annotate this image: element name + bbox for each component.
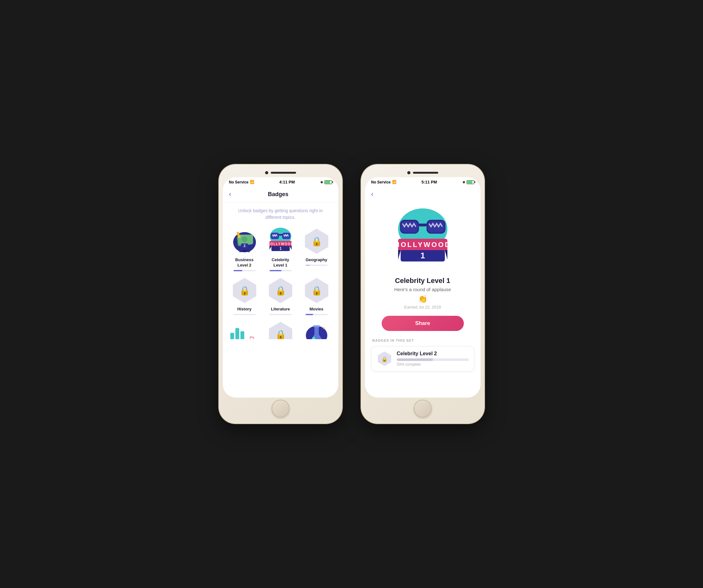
svg-text:✦: ✦ [322, 326, 326, 331]
badge-item-history[interactable]: 🔒 History [228, 276, 261, 315]
svg-rect-35 [240, 331, 244, 339]
badge-label-geography: Geography [306, 257, 327, 263]
svg-text:🔒: 🔒 [381, 356, 388, 362]
badge-progress-business [233, 270, 256, 271]
badge-label-celebrity: CelebrityLevel 1 [272, 257, 290, 268]
svg-text:2: 2 [243, 244, 245, 248]
detail-earned-date: Earned Jul 22, 2018 [404, 305, 441, 310]
bluetooth-icon: ∗ [320, 180, 323, 184]
badges-in-set-label: BADGES IN THIS SET [371, 339, 414, 342]
badges-header: ‹ Badges [223, 186, 338, 202]
svg-text:1: 1 [420, 251, 424, 260]
bluetooth-icon-2: ∗ [462, 180, 465, 184]
badge-progress-geography [306, 265, 328, 266]
svg-rect-34 [235, 328, 239, 339]
no-service-label-2: No Service [371, 180, 391, 184]
badge-label-history: History [237, 307, 251, 312]
detail-badge-emoji: 👏 [418, 295, 427, 304]
phone-bottom-2 [365, 398, 481, 420]
badge-item-celebrity[interactable]: HOLLYWOOD 1 CelebrityLevel 1 [264, 227, 297, 271]
badge-progress-movies [306, 314, 328, 315]
badge-icon-literature: 🔒 [266, 276, 295, 305]
svg-text:🔒: 🔒 [311, 285, 322, 296]
phone-screen-2: No Service 📶 5:11 PM ∗ ‹ [365, 177, 481, 398]
detail-badge-desc: Here's a round of applause [394, 287, 451, 292]
badge-item-science[interactable]: ✦ [300, 320, 333, 339]
status-bar-2: No Service 📶 5:11 PM ∗ [365, 177, 481, 186]
next-badge-pct: 50% complete [397, 362, 469, 367]
badges-grid: 2 BusinessLevel 2 [223, 225, 338, 398]
phone-top-2 [365, 168, 481, 177]
badge-icon-geography: 🔒 [302, 227, 331, 255]
badge-item-geography[interactable]: 🔒 Geography [300, 227, 333, 271]
phone-1: No Service 📶 4:11 PM ∗ ‹ Badges Unlock b… [219, 165, 342, 423]
badge-icon-science: ✦ [302, 320, 331, 339]
badges-screen: ‹ Badges Unlock badges by getting questi… [223, 186, 338, 398]
next-badge-info: Celebrity Level 2 50% complete [397, 351, 469, 367]
status-time-2: 5:11 PM [421, 180, 437, 184]
wifi-icon: 📶 [250, 180, 254, 184]
badge-item-extra1[interactable]: 🔒 [264, 320, 297, 339]
battery-fill-2 [467, 181, 472, 183]
svg-text:♫: ♫ [247, 333, 255, 339]
status-right-2: ∗ [462, 180, 474, 184]
back-button-1[interactable]: ‹ [229, 189, 234, 199]
phone-2: No Service 📶 5:11 PM ∗ ‹ [361, 165, 484, 423]
badge-item-literature[interactable]: 🔒 Literature [264, 276, 297, 315]
phone-top-1 [223, 168, 338, 177]
badge-progress-fill-business [233, 270, 242, 271]
phone-bottom-1 [223, 398, 338, 420]
share-button[interactable]: Share [382, 316, 464, 331]
wifi-icon-2: 📶 [392, 180, 396, 184]
svg-text:1: 1 [279, 246, 282, 251]
detail-content: HOLLYWOOD 1 Celebrity Level 1 Here's a r… [365, 202, 481, 398]
svg-point-5 [242, 237, 247, 242]
status-left-1: No Service 📶 [229, 180, 254, 184]
next-badge-progress-wrap [397, 358, 469, 361]
svg-marker-56 [445, 250, 447, 260]
badge-progress-fill-geography [306, 265, 310, 266]
badge-icon-history: 🔒 [230, 276, 259, 305]
svg-rect-40 [313, 325, 320, 327]
svg-text:🔒: 🔒 [275, 329, 286, 339]
camera-1 [265, 171, 268, 174]
phone-screen-1: No Service 📶 4:11 PM ∗ ‹ Badges Unlock b… [223, 177, 338, 398]
detail-screen: ‹ [365, 186, 481, 398]
camera-2 [407, 171, 410, 174]
badge-progress-fill-movies [306, 314, 313, 315]
detail-header: ‹ [365, 186, 481, 202]
svg-text:🔒: 🔒 [239, 285, 250, 296]
svg-text:🔒: 🔒 [311, 236, 322, 247]
svg-marker-55 [398, 250, 401, 260]
next-badge-card[interactable]: 🔒 Celebrity Level 2 50% complete [371, 346, 474, 371]
status-bar-1: No Service 📶 4:11 PM ∗ [223, 177, 338, 186]
status-time-1: 4:11 PM [279, 180, 295, 184]
badge-icon-extra1: 🔒 [266, 320, 295, 339]
celebrity-badge-large: HOLLYWOOD 1 [391, 208, 454, 272]
badges-subtitle: Unlock badges by getting questions right… [223, 202, 338, 225]
svg-rect-33 [230, 333, 234, 339]
detail-badge-name: Celebrity Level 1 [395, 277, 450, 285]
badge-item-business[interactable]: 2 BusinessLevel 2 [228, 227, 261, 271]
status-right-1: ∗ [320, 180, 332, 184]
badge-item-movies[interactable]: 🔒 Movies [300, 276, 333, 315]
home-button-1[interactable] [272, 400, 290, 417]
speaker-1 [271, 172, 296, 174]
svg-marker-23 [269, 246, 271, 250]
svg-rect-18 [279, 235, 282, 236]
badge-icon-business: 2 [230, 227, 259, 255]
badge-item-music[interactable]: ♫ [228, 320, 261, 339]
page-title-1: Badges [234, 191, 323, 198]
svg-marker-24 [290, 246, 292, 250]
badge-label-movies: Movies [309, 307, 323, 312]
svg-text:HOLLYWOOD: HOLLYWOOD [394, 241, 451, 249]
battery-1 [324, 180, 332, 184]
status-left-2: No Service 📶 [371, 180, 396, 184]
svg-text:🔒: 🔒 [275, 285, 286, 296]
badge-progress-history [233, 314, 256, 315]
back-button-2[interactable]: ‹ [371, 189, 376, 199]
battery-fill-1 [325, 181, 330, 183]
next-badge-progress-fill [397, 358, 433, 361]
badge-icon-music: ♫ [230, 320, 259, 339]
home-button-2[interactable] [414, 400, 432, 417]
